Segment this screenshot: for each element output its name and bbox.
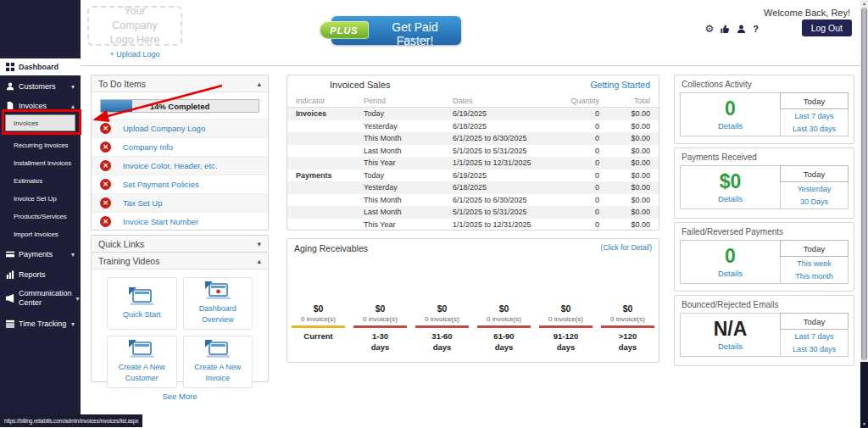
sidebar-subitem-recurring-invoices[interactable]: Recurring Invoices — [0, 136, 81, 154]
sidebar-item-time-tracking[interactable]: Time Tracking ▾ — [0, 313, 81, 335]
table-row: This Year1/1/2025 to 12/31/20250$0.00 — [287, 219, 659, 231]
dashboard-page: Dashboard Customers ▾ Invoices ▴ Invoice… — [0, 0, 868, 428]
cell-total: $0.00 — [599, 109, 659, 118]
stat-box: $0 Details Today Yesterday 30 Days — [680, 165, 849, 209]
banner-click-here[interactable]: Click here — [372, 36, 458, 43]
sidebar-subitem-estimates[interactable]: Estimates — [0, 172, 81, 190]
bucket-bar — [477, 325, 531, 328]
sidebar-item-customers[interactable]: Customers ▾ — [0, 75, 81, 97]
upload-logo-link[interactable]: + Upload Logo — [87, 50, 182, 58]
sidebar-item-dashboard[interactable]: Dashboard — [0, 58, 81, 75]
getting-started-link[interactable]: Getting Started — [590, 80, 650, 90]
tab-30-days[interactable]: 30 Days — [781, 196, 848, 209]
bucket-count: 0 invoice(s) — [287, 315, 349, 323]
aging-bucket-91-120[interactable]: $0 0 invoice(s) 91-120days — [535, 303, 597, 353]
sidebar-subitem-installment-invoices[interactable]: Installment Invoices — [0, 154, 81, 172]
tab-last-30-days[interactable]: Last 30 days — [781, 123, 848, 136]
sidebar-subitem-invoices-selected[interactable]: Invoices — [5, 114, 75, 131]
see-more-link[interactable]: See More — [92, 392, 268, 401]
scroll-up-arrow-icon[interactable]: ▲ — [860, 0, 868, 8]
todo-link[interactable]: Tax Set Up — [123, 198, 162, 208]
details-link[interactable]: Details — [718, 269, 743, 278]
payments-icon — [6, 250, 14, 258]
tab-yesterday[interactable]: Yesterday — [781, 182, 848, 196]
help-icon[interactable]: ? — [753, 24, 759, 34]
tab-today[interactable]: Today — [780, 240, 849, 257]
sidebar-label: Customers — [19, 82, 67, 92]
todo-progress-label: 14% Completed — [101, 100, 259, 112]
thumbs-up-icon[interactable] — [721, 25, 730, 34]
cell-period: Yesterday — [364, 122, 453, 131]
bucket-amount: $0 — [411, 303, 473, 314]
tab-today[interactable]: Today — [780, 313, 849, 330]
sidebar-label: Dashboard — [19, 63, 75, 72]
aging-bucket-1-30[interactable]: $0 0 invoice(s) 1-30days — [349, 303, 411, 353]
details-link[interactable]: Details — [718, 121, 743, 131]
tab-last-7-days[interactable]: Last 7 days — [781, 330, 848, 343]
collapse-icon[interactable]: ▴ — [257, 257, 261, 265]
scroll-down-arrow-icon[interactable]: ▼ — [860, 420, 868, 428]
todo-item: ✕ Invoice Start Number — [92, 212, 268, 231]
stat-tabs: Today Yesterday 30 Days — [780, 166, 848, 208]
sidebar-label: Time Tracking — [19, 320, 67, 329]
sidebar-item-reports[interactable]: Reports — [0, 265, 81, 284]
get-paid-faster-banner[interactable]: PLUS Get Paid Faster! Click here — [331, 16, 461, 45]
stat-title: Failed/Reversed Payments — [675, 223, 854, 238]
sidebar-subitem-import-invoices[interactable]: Import Invoices — [0, 225, 81, 243]
todo-items-panel: To Do Items ▴ 14% Completed ✕ Upload Com… — [91, 75, 269, 231]
todo-link[interactable]: Invoice Color, Header, etc. — [123, 161, 217, 170]
sidebar-subitem-invoice-set-up[interactable]: Invoice Set Up — [0, 190, 81, 208]
aging-bucket-61-90[interactable]: $0 0 invoice(s) 61-90days — [473, 303, 535, 353]
sidebar: Dashboard Customers ▾ Invoices ▴ Invoice… — [0, 0, 81, 415]
logout-button[interactable]: Log Out — [802, 19, 852, 36]
aging-buckets: $0 0 invoice(s) Current $0 0 invoice(s) … — [287, 303, 659, 353]
sidebar-item-invoices[interactable]: Invoices ▴ — [0, 97, 81, 114]
todo-link[interactable]: Company Info — [123, 142, 173, 152]
sidebar-item-payments[interactable]: Payments ▾ — [0, 243, 81, 265]
video-card-quick-start[interactable]: Quick Start — [107, 277, 177, 330]
table-row: Yesterday6/18/20250$0.00 — [287, 120, 659, 133]
details-link[interactable]: Details — [718, 194, 743, 203]
todo-panel-header: To Do Items ▴ — [92, 75, 268, 92]
cell-period: This Year — [364, 158, 453, 167]
video-card-dashboard-overview[interactable]: Dashboard Overview — [183, 277, 253, 330]
bucket-count: 0 invoice(s) — [473, 315, 535, 323]
aging-bucket-31-60[interactable]: $0 0 invoice(s) 31-60days — [411, 303, 473, 353]
aging-bucket-over-120[interactable]: $0 0 invoice(s) >120days — [597, 303, 659, 353]
video-card-create-customer[interactable]: Create A New Customer — [107, 336, 177, 388]
stat-value: N/A — [714, 320, 748, 339]
video-card-create-invoice[interactable]: Create A New Invoice — [183, 336, 253, 388]
tab-last-7-days[interactable]: Last 7 days — [781, 109, 848, 123]
company-logo-placeholder[interactable]: Your Company Logo Here — [87, 6, 182, 46]
invoiced-sales-header: Invoiced Sales Getting Started — [287, 75, 659, 94]
tab-today[interactable]: Today — [780, 92, 849, 109]
bucket-count: 0 invoice(s) — [535, 315, 597, 323]
tab-this-month[interactable]: This month — [781, 270, 848, 284]
bucket-bar — [539, 325, 593, 328]
payments-received-panel: Payments Received $0 Details Today Yeste… — [674, 147, 854, 219]
expand-icon[interactable]: ▾ — [257, 240, 261, 248]
todo-link[interactable]: Invoice Start Number — [123, 217, 198, 226]
todo-link[interactable]: Upload Company Logo — [123, 124, 205, 133]
training-video-grid: Quick Start Dashboard Overview Create A … — [107, 277, 253, 388]
tab-this-week[interactable]: This week — [781, 257, 848, 270]
todo-link[interactable]: Set Payment Policies — [123, 180, 199, 189]
details-link[interactable]: Details — [718, 342, 743, 351]
quick-links-panel: Quick Links ▾ — [91, 235, 269, 252]
bucket-amount: $0 — [287, 303, 349, 314]
scrollbar-thumb[interactable] — [861, 8, 867, 360]
sidebar-subitem-products-services[interactable]: Products/Services — [0, 208, 81, 225]
collapse-icon[interactable]: ▴ — [257, 80, 261, 88]
user-icon[interactable] — [737, 25, 746, 34]
invoices-icon — [6, 102, 14, 110]
tab-last-30-days[interactable]: Last 30 days — [781, 343, 848, 357]
cell-dates: 6/19/2025 — [453, 109, 544, 118]
vertical-scrollbar[interactable]: ▲ ▼ — [860, 0, 868, 428]
collections-activity-panel: Collections Activity 0 Details Today Las… — [674, 75, 854, 144]
sidebar-item-communication-center[interactable]: Communication Center ▾ — [0, 284, 81, 313]
gear-icon[interactable]: ⚙ — [705, 24, 715, 34]
tab-today[interactable]: Today — [780, 165, 849, 182]
cell-period: Last Month — [364, 208, 453, 216]
click-for-detail-link[interactable]: (Click for Detail) — [601, 243, 652, 253]
aging-bucket-current[interactable]: $0 0 invoice(s) Current — [287, 303, 349, 353]
